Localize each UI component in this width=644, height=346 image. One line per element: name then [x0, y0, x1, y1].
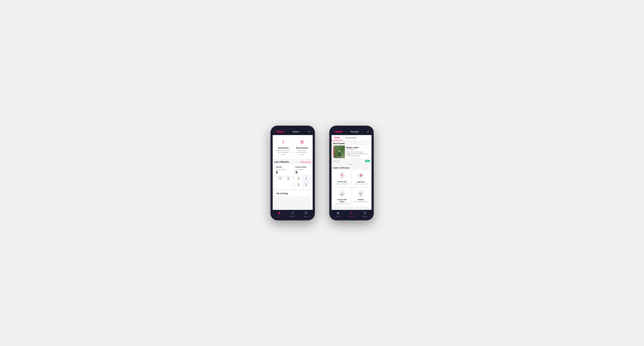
practice-logo: clippd: [334, 130, 342, 133]
explore-label: Explore skill areas: [332, 166, 372, 170]
ott-box: OTT 0: [296, 175, 302, 181]
skill-atg-desc: Hone your short game: [335, 203, 349, 204]
home-header: clippd Home ≡: [273, 128, 313, 135]
app-box: APP 4: [303, 175, 309, 181]
home-menu-icon[interactable]: ≡: [308, 130, 310, 133]
star-icon[interactable]: ☆: [367, 147, 368, 149]
drills-title: Practice Drills: [296, 166, 310, 168]
svg-line-14: [340, 153, 341, 154]
drills-sub-row-top: OTT 0 APP 4: [296, 175, 310, 181]
nav-home[interactable]: Home: [273, 210, 286, 218]
practice-menu-icon[interactable]: ≡: [367, 130, 368, 133]
nav-activities-practice[interactable]: Activities: [345, 210, 358, 218]
putt-label: PUTT: [304, 183, 308, 184]
app-label: APP: [304, 176, 308, 178]
drill-card-body: Wedge Ladder 50–100 yds ☆ Play 1 shot at…: [345, 146, 370, 158]
skill-ott-title: Off The Tee: [337, 181, 347, 183]
phone-home: clippd Home ≡: [270, 126, 315, 220]
add-practice-icon: [300, 140, 304, 146]
drill-card-wedge-ladder[interactable]: Wedge Ladder 50–100 yds ☆ Play 1 shot at…: [333, 146, 370, 158]
add-round-desc: Record your shots in fast or enhanced mo…: [276, 150, 290, 156]
svg-marker-2: [282, 140, 284, 141]
dot-1: [348, 164, 350, 165]
home-screen: clippd Home ≡: [273, 128, 313, 218]
home-nav-icon: [278, 211, 281, 215]
putt-box: PUTT 4: [303, 182, 309, 187]
arg-box: ARG 0: [296, 182, 302, 187]
carousel-dots: [332, 163, 372, 166]
drill-yardage: 50–100 yds: [346, 149, 359, 150]
my-golf-bag-row[interactable]: My Golf Bag ›: [274, 190, 311, 196]
add-round-title: Add Round: [278, 147, 288, 149]
app-value: 4: [304, 178, 308, 180]
nav-capture-practice[interactable]: Capture: [358, 210, 372, 218]
svg-point-28: [360, 175, 362, 176]
view-activity-link[interactable]: View Activity: [301, 161, 311, 163]
arg-label: ARG: [296, 183, 301, 184]
skill-putting[interactable]: Putting Make and lag practice: [352, 188, 370, 206]
ott-label: OTT: [296, 176, 301, 178]
svg-rect-15: [339, 154, 340, 156]
nav-home-label: Home: [277, 215, 281, 217]
skill-off-the-tee[interactable]: Off The Tee Power and accuracy: [333, 170, 351, 186]
tab-drills[interactable]: Drills: [332, 135, 343, 141]
ott-value: 0: [296, 178, 301, 180]
svg-rect-12: [339, 152, 340, 154]
skill-approach[interactable]: Approach Dial-in to hit the green: [352, 170, 370, 186]
stats-container: Rounds Rounds Capture 0 Tournament 0 Pra…: [273, 164, 313, 190]
skill-approach-title: Approach: [357, 181, 365, 183]
add-practice-card[interactable]: Add Practice Capture your practice off-t…: [293, 137, 311, 158]
nav-activities-label-practice: Activities: [348, 215, 354, 217]
nav-capture-home[interactable]: Capture: [299, 210, 313, 218]
add-practice-title: Add Practice: [296, 147, 308, 149]
svg-point-11: [339, 151, 340, 152]
nav-activities-home[interactable]: Activities: [286, 210, 299, 218]
svg-point-23: [342, 173, 342, 174]
nav-home-practice[interactable]: Home: [332, 210, 345, 218]
scene: clippd Home ≡: [260, 115, 384, 231]
practice-tabs: Drills Favourites: [332, 135, 372, 141]
practice-label: Practice: [286, 176, 290, 178]
drill-card-image: [334, 146, 345, 158]
practice-screen: clippd Practice ≡ Drills Favourites Most…: [332, 128, 372, 218]
stats-section-header: Last 3 Months View Activity: [273, 159, 313, 164]
my-golf-bag-label: My Golf Bag: [277, 192, 288, 194]
drill-shots: 9 shots: [333, 160, 340, 162]
stats-title: Last 3 Months: [274, 161, 289, 163]
add-round-card[interactable]: Add Round Record your shots in fast or e…: [274, 137, 292, 158]
skill-approach-desc: Dial-in to hit the green: [354, 183, 368, 185]
skill-putting-desc: Make and lag practice: [354, 201, 368, 202]
skill-atg-title: Around The Green: [335, 198, 350, 202]
drill-card-header: Wedge Ladder 50–100 yds ☆: [346, 147, 368, 151]
tab-favourites[interactable]: Favourites: [343, 135, 360, 141]
svg-point-17: [334, 160, 335, 162]
drill-footer: 9 shots APP: [332, 160, 372, 162]
skill-around-the-green[interactable]: Around The Green Hone your short game: [333, 188, 351, 206]
nav-capture-label-practice: Capture: [362, 215, 367, 217]
nav-home-label-practice: Home: [336, 215, 340, 217]
add-practice-desc: Capture your practice off-the-course: [295, 150, 309, 156]
rounds-sub-row: Tournament 0 Practice 0: [276, 175, 292, 181]
arg-value: 0: [296, 184, 301, 186]
chevron-right-icon: ›: [308, 192, 309, 195]
putt-value: 4: [304, 184, 308, 186]
home-nav-icon-practice: [336, 211, 340, 215]
svg-line-13: [338, 153, 339, 154]
dot-2: [350, 164, 351, 165]
home-bottom-nav: Home Activities: [273, 210, 313, 218]
phone-practice: clippd Practice ≡ Drills Favourites Most…: [329, 126, 374, 220]
svg-point-0: [282, 143, 285, 144]
practice-title: Practice: [350, 130, 359, 133]
drill-title: Wedge Ladder: [346, 147, 359, 149]
drill-desc: Play 1 shot at each target yardage. If y…: [346, 151, 368, 157]
capture-nav-icon-practice: [363, 211, 366, 215]
practice-box: Practice 0: [285, 175, 291, 181]
practice-content: Most Popular: [332, 141, 372, 210]
tournament-box: Tournament 0: [276, 175, 284, 181]
rounds-capture-label: Rounds Capture: [276, 169, 292, 170]
dot-3: [352, 164, 353, 165]
add-round-icon: [281, 140, 286, 146]
skill-putting-title: Putting: [358, 198, 364, 200]
rounds-value: 0: [276, 170, 292, 174]
dot-4: [354, 164, 354, 165]
